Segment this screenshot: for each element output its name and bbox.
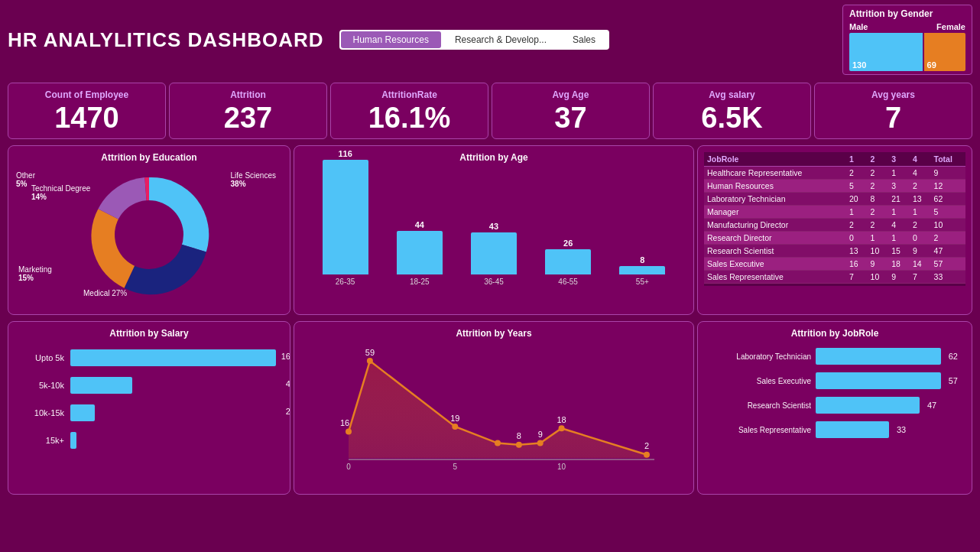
col-3: 3: [888, 152, 910, 167]
gender-bar-male: 130: [849, 33, 923, 71]
bar-55plus: [619, 266, 665, 274]
gender-bar-female: 69: [924, 33, 965, 71]
salary-bar-10k15k: 10k-15k 20: [22, 404, 276, 421]
gender-bars: 130 69: [849, 33, 965, 71]
bar-group-46-55: 26 46-55: [545, 239, 591, 286]
jobrole-bars: Laboratory Technician 62 Sales Executive…: [704, 343, 965, 450]
col-4: 4: [910, 152, 931, 167]
salary-bar-15kplus: 15k+ 5: [22, 432, 276, 449]
table-row: Research Scientist131015947: [704, 245, 965, 258]
table-row: Healthcare Representative22149: [704, 167, 965, 180]
kpi-avg-age-value: 37: [501, 103, 640, 132]
kpi-attrition-rate-value: 16.1%: [340, 103, 479, 132]
education-chart-title: Attrition by Education: [15, 152, 284, 163]
bar-group-36-45: 43 36-45: [471, 222, 517, 286]
svg-text:59: 59: [365, 348, 375, 357]
svg-text:5: 5: [453, 463, 458, 471]
svg-point-9: [644, 452, 650, 458]
kpi-avg-salary-value: 6.5K: [663, 103, 801, 132]
filter-tab-hr[interactable]: Human Resources: [341, 31, 441, 48]
col-total: Total: [931, 152, 965, 167]
education-chart: Attrition by Education Life Sciences38% …: [8, 145, 290, 315]
table-row: Sales Representative7109733: [704, 271, 965, 284]
jobrole-row-sales-rep: Sales Representative 33: [712, 421, 958, 438]
kpi-avg-years: Avg years 7: [814, 83, 972, 139]
table-row: Manager12115: [704, 206, 965, 219]
bottom-row: Attrition by Salary Upto 5k 163 5k-10k 4…: [0, 318, 980, 498]
gender-chart-title: Attrition by Gender: [849, 8, 965, 19]
kpi-attrition-rate: AttritionRate 16.1%: [330, 83, 488, 139]
job-role-table-card: JobRole 1 2 3 4 Total Healthcare Represe…: [697, 145, 972, 315]
svg-point-4: [452, 424, 458, 430]
filter-tab-sales[interactable]: Sales: [560, 31, 608, 48]
bar-26-35: [323, 160, 368, 274]
svg-point-5: [495, 440, 501, 446]
svg-point-0: [115, 200, 183, 269]
svg-text:9: 9: [538, 430, 543, 439]
salary-chart: Attrition by Salary Upto 5k 163 5k-10k 4…: [8, 321, 290, 495]
bar-36-45: [471, 232, 517, 274]
dashboard-title: HR ANALYLITICS DASHBOARD: [8, 28, 324, 52]
salary-hbar-chart: Upto 5k 163 5k-10k 49 10k-15k 20: [15, 343, 284, 466]
bar-group-26-35: 116 26-35: [323, 149, 368, 286]
table-row: Laboratory Technician208211362: [704, 193, 965, 206]
age-chart: Attrition by Age 116 26-35 44 18-25 43 3…: [294, 145, 694, 315]
bar-group-18-25: 44 18-25: [397, 220, 443, 286]
table-row: Research Director01102: [704, 232, 965, 245]
col-2: 2: [868, 152, 889, 167]
kpi-avg-age-label: Avg Age: [501, 89, 640, 100]
gender-female-label: Female: [926, 22, 965, 31]
kpi-avg-salary-label: Avg salary: [663, 89, 801, 100]
kpi-avg-salary: Avg salary 6.5K: [653, 83, 811, 139]
jobrole-chart-title: Attrition by JobRole: [704, 328, 965, 339]
table-scroll[interactable]: JobRole 1 2 3 4 Total Healthcare Represe…: [704, 152, 965, 286]
label-marketing: Marketing15%: [18, 265, 52, 282]
bar-46-55: [545, 249, 591, 274]
bar-group-55plus: 8 55+: [619, 255, 665, 286]
kpi-avg-years-label: Avg years: [824, 89, 962, 100]
table-row: Manufacturing Director224210: [704, 219, 965, 232]
jobrole-row-lab: Laboratory Technician 62: [712, 348, 958, 365]
kpi-employee-count: Count of Employee 1470: [8, 83, 166, 139]
table-row: Human Resources523212: [704, 180, 965, 193]
gender-labels: Male Female: [849, 22, 965, 31]
kpi-avg-age: Avg Age 37: [492, 83, 650, 139]
label-medical: Medical 27%: [83, 289, 127, 297]
svg-text:8: 8: [517, 431, 521, 440]
bar-18-25: [397, 231, 443, 274]
jobrole-row-sales-exec: Sales Executive 57: [712, 372, 958, 389]
years-chart: Attrition by Years: [294, 321, 694, 495]
donut-container: Life Sciences38% Other5% Technical Degre…: [15, 167, 284, 301]
svg-text:2: 2: [644, 441, 649, 450]
charts-row-1: Attrition by Education Life Sciences38% …: [0, 142, 980, 318]
svg-text:18: 18: [557, 415, 566, 424]
filter-tabs: Human Resources Research & Develop... Sa…: [339, 30, 609, 50]
gender-male-label: Male: [849, 22, 924, 31]
kpi-avg-years-value: 7: [824, 103, 962, 132]
svg-point-3: [367, 358, 373, 364]
label-life-sciences: Life Sciences38%: [231, 171, 276, 188]
kpi-employee-label: Count of Employee: [18, 89, 156, 100]
kpi-row: Count of Employee 1470 Attrition 237 Att…: [0, 80, 980, 142]
salary-bar-5k10k: 5k-10k 49: [22, 377, 276, 394]
kpi-attrition: Attrition 237: [169, 83, 327, 139]
svg-point-6: [516, 442, 522, 448]
years-line-svg: 59 16 19 8 9 18 2 0 5 10: [300, 343, 687, 473]
filter-tab-rd[interactable]: Research & Develop...: [443, 31, 559, 48]
table-header-row: JobRole 1 2 3 4 Total: [704, 152, 965, 167]
svg-point-7: [537, 440, 544, 446]
svg-point-8: [559, 425, 565, 431]
label-technical: Technical Degree14%: [31, 184, 90, 201]
svg-text:10: 10: [557, 463, 566, 471]
salary-chart-title: Attrition by Salary: [15, 328, 284, 339]
age-bar-chart: 116 26-35 44 18-25 43 36-45 26 46-55 8: [300, 167, 687, 286]
svg-text:16: 16: [340, 418, 349, 427]
svg-point-2: [346, 429, 352, 435]
table-total-row: Total66467352237: [704, 284, 965, 287]
gender-box: Attrition by Gender Male Female 130 69: [842, 5, 972, 75]
svg-text:0: 0: [346, 463, 351, 471]
job-role-table: JobRole 1 2 3 4 Total Healthcare Represe…: [704, 152, 965, 286]
years-chart-title: Attrition by Years: [300, 328, 687, 339]
svg-text:19: 19: [450, 414, 459, 423]
jobrole-row-research-sci: Research Scientist 47: [712, 397, 958, 414]
